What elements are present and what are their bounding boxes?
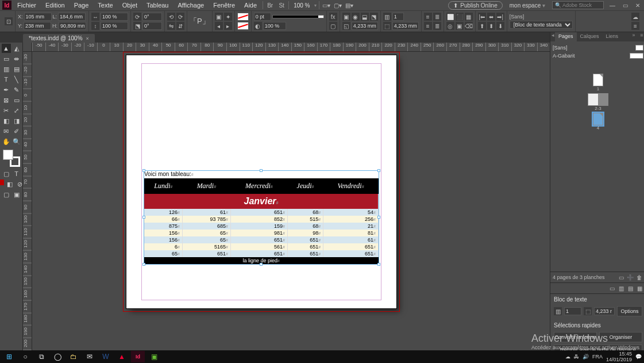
vertical-ruler[interactable]: -30-20-100102030405060708090100110120130…: [23, 52, 32, 350]
tray-volume-icon[interactable]: 🔊: [583, 354, 589, 360]
props-convert-shape-button[interactable]: Convertir la forme: [554, 332, 597, 342]
fill-frame-icon[interactable]: ▦: [465, 13, 473, 21]
stroke-style[interactable]: [272, 15, 324, 18]
inset-field[interactable]: [392, 22, 419, 30]
panel-menu-icon[interactable]: ≡: [638, 32, 644, 41]
gap-tool[interactable]: ⇼: [12, 54, 21, 63]
selection-tool[interactable]: ▲: [2, 44, 11, 53]
scale-x-field[interactable]: [101, 13, 128, 21]
content-collector-tool[interactable]: ▥: [2, 64, 11, 74]
rotate-ccw-icon[interactable]: ⟲: [167, 13, 175, 21]
ao-icon2[interactable]: ▥: [617, 284, 625, 292]
line-tool[interactable]: ╲: [12, 75, 21, 84]
menu-fenetre[interactable]: Fenêtre: [210, 1, 238, 10]
document-tab[interactable]: *textes.indd @ 100%×: [23, 34, 95, 43]
fill-stroke-proxy[interactable]: [3, 150, 20, 167]
valign-center-icon[interactable]: ≣: [433, 13, 441, 21]
panel-menu-icon[interactable]: ≡: [631, 22, 639, 30]
page-thumb-1[interactable]: 1: [593, 74, 603, 86]
tray-onedrive-icon[interactable]: ☁: [565, 354, 570, 360]
align-c-icon[interactable]: ⬌: [487, 13, 495, 21]
flip-h-icon[interactable]: ⇋: [167, 22, 175, 30]
zoom-tool[interactable]: 🔍: [12, 137, 21, 146]
ao-icon1[interactable]: ▭: [608, 284, 616, 292]
corner-icon[interactable]: ◱: [342, 22, 350, 30]
gradient-swatch-tool[interactable]: ◧: [2, 116, 11, 125]
pen-tool[interactable]: ✒: [2, 85, 11, 94]
master-a[interactable]: A-Gabarit: [553, 52, 643, 60]
menu-page[interactable]: Page: [71, 1, 92, 10]
w-field[interactable]: [58, 13, 86, 21]
stroke-weight-field[interactable]: [254, 13, 271, 21]
panel-tab-layers[interactable]: Calques: [577, 32, 603, 41]
page-thumb-4[interactable]: 4: [593, 113, 603, 125]
task-view-icon[interactable]: ⧉: [34, 351, 48, 362]
center-content-icon[interactable]: ◎: [446, 22, 454, 30]
panel-tab-pages[interactable]: Pages: [555, 32, 577, 41]
arrange-icon[interactable]: ▤▾: [345, 1, 354, 9]
align-b-icon[interactable]: ⬇: [496, 22, 504, 30]
menu-tableau[interactable]: Tableau: [143, 1, 172, 10]
task-cortana-icon[interactable]: ○: [18, 351, 32, 362]
rectangle-frame-tool[interactable]: ⊠: [2, 95, 11, 105]
scissors-tool[interactable]: ✂: [2, 106, 11, 115]
stroke-swatch[interactable]: [237, 22, 249, 30]
menu-affichage[interactable]: Affichage: [175, 1, 208, 10]
align-t-icon[interactable]: ⬆: [478, 22, 486, 30]
menu-aide[interactable]: Aide: [241, 1, 260, 10]
window-restore[interactable]: ▭: [621, 2, 629, 9]
rectangle-tool[interactable]: ▭: [12, 95, 21, 105]
cc-libraries-icon[interactable]: ☁: [631, 13, 639, 21]
tray-time[interactable]: 15:45: [606, 351, 632, 357]
ao-icon4[interactable]: ▦: [635, 284, 643, 292]
props-organize-button[interactable]: Organiser: [599, 332, 642, 342]
format-container-icon[interactable]: ▢: [2, 169, 11, 178]
direct-selection-tool[interactable]: ◭: [12, 44, 21, 53]
eyedropper-tool[interactable]: ✐: [12, 127, 21, 136]
task-camtasia-icon[interactable]: ▣: [147, 351, 161, 362]
close-tab-icon[interactable]: ×: [86, 36, 89, 41]
fill-swatch[interactable]: [237, 13, 249, 21]
publish-online-button[interactable]: ⬆Publish Online: [448, 1, 502, 10]
edit-page-size-icon[interactable]: ▭: [617, 273, 625, 281]
task-mail-icon[interactable]: ✉: [83, 351, 97, 362]
cols-field[interactable]: [392, 13, 404, 21]
task-acrobat-icon[interactable]: ▲: [115, 351, 129, 362]
corner-field[interactable]: [352, 22, 378, 30]
valign-justify-icon[interactable]: ≣: [433, 22, 441, 30]
h-field[interactable]: [59, 22, 86, 30]
y-field[interactable]: [24, 22, 51, 30]
menu-texte[interactable]: Texte: [94, 1, 116, 10]
window-minimize[interactable]: —: [608, 2, 616, 9]
align-l-icon[interactable]: |⬅: [478, 13, 486, 21]
stock-icon[interactable]: St: [277, 1, 286, 9]
select-content-icon[interactable]: ✦: [224, 13, 232, 21]
delete-page-icon[interactable]: 🗑: [635, 273, 643, 281]
screen-mode-icon[interactable]: ▢▾: [333, 1, 342, 9]
valign-bottom-icon[interactable]: ≡: [424, 22, 432, 30]
document-canvas[interactable]: Voici mon tableau: Janvier LundiMardiMer…: [32, 52, 550, 350]
align-r-icon[interactable]: ➡|: [496, 13, 504, 21]
ao-icon3[interactable]: ▤: [626, 284, 634, 292]
task-chrome-icon[interactable]: ◯: [51, 351, 64, 362]
tray-network-icon[interactable]: 🖧: [574, 354, 579, 360]
transform-tool[interactable]: ⤢: [12, 106, 21, 115]
zoom-field[interactable]: 100 %: [291, 2, 312, 9]
props-cols-field[interactable]: [564, 307, 581, 315]
menu-edition[interactable]: Edition: [42, 1, 68, 10]
workspace-dropdown[interactable]: mon espace ▾: [507, 1, 547, 10]
new-page-icon[interactable]: ➕: [626, 273, 634, 281]
prev-obj-icon[interactable]: ◂: [215, 22, 223, 30]
next-obj-icon[interactable]: ▸: [224, 22, 232, 30]
format-text-icon[interactable]: T: [12, 169, 21, 178]
task-indesign-icon[interactable]: Id: [131, 351, 145, 362]
flip-v-icon[interactable]: ⇵: [176, 22, 184, 30]
adobe-stock-search[interactable]: 🔍 Adobe Stock: [552, 1, 604, 9]
fit-frame-icon[interactable]: ⬛: [456, 13, 464, 21]
view-options-icon[interactable]: ▭▾: [322, 1, 331, 9]
text-frame[interactable]: Voici mon tableau: Janvier LundiMardiMer…: [144, 170, 379, 265]
wrap-shape-icon[interactable]: ◉: [352, 13, 360, 21]
window-close[interactable]: ✕: [634, 2, 642, 9]
panel-close-icon[interactable]: »: [630, 32, 638, 41]
props-gutter-field[interactable]: [594, 307, 615, 315]
